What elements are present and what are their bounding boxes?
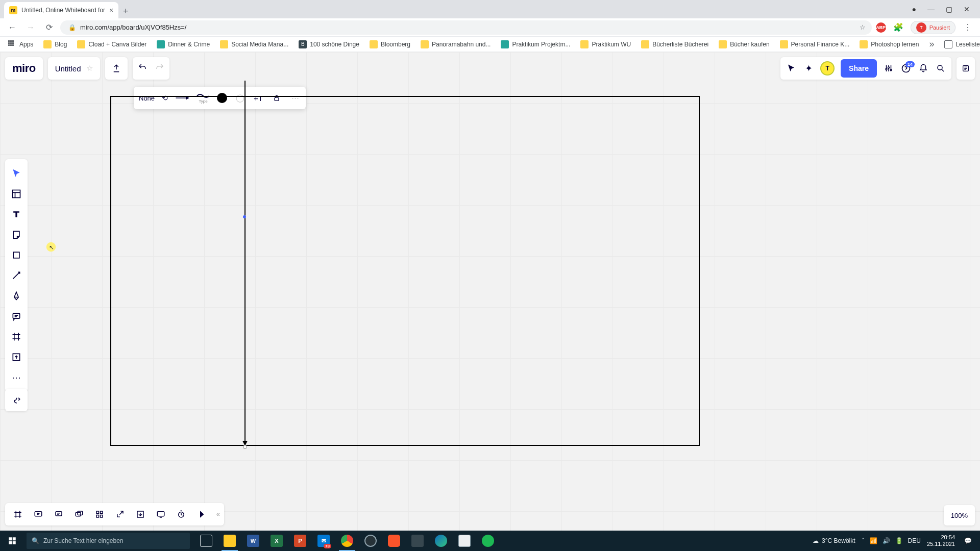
bookmark-item[interactable]: Personal Finance K... xyxy=(776,39,854,50)
user-avatar[interactable]: T xyxy=(820,61,835,76)
reload-icon[interactable]: ⟳ xyxy=(42,20,56,35)
screen-share-icon[interactable] xyxy=(152,506,169,523)
svg-rect-25 xyxy=(13,537,16,540)
activity-panel-button[interactable] xyxy=(957,57,975,80)
maximize-icon[interactable]: ▢ xyxy=(946,5,952,13)
close-tab-icon[interactable]: × xyxy=(109,6,113,14)
collapse-toolbar-icon[interactable]: « xyxy=(213,511,220,518)
bookmark-item[interactable]: Praktikum Projektm... xyxy=(497,39,574,50)
word-icon[interactable]: W xyxy=(242,531,264,551)
browser-tab[interactable]: m Untitled, Online Whiteboard for × xyxy=(4,2,118,18)
action-center-icon[interactable]: 💬 xyxy=(961,537,975,544)
reactions-icon[interactable]: ✦ xyxy=(803,63,814,74)
wifi-icon[interactable]: 📶 xyxy=(870,537,877,544)
search-icon[interactable] xyxy=(935,64,946,73)
excel-icon[interactable]: X xyxy=(265,531,288,551)
pen-tool[interactable] xyxy=(5,286,28,306)
app-icon[interactable] xyxy=(406,531,429,551)
reading-list-button[interactable]: Leseliste xyxy=(940,39,980,50)
apps-tool[interactable] xyxy=(5,389,28,411)
powerpoint-icon[interactable]: P xyxy=(289,531,311,551)
bookmark-item[interactable]: Social Media Mana... xyxy=(216,39,292,50)
redo-button xyxy=(155,63,164,74)
upload-tool[interactable] xyxy=(5,347,28,367)
templates-tool[interactable] xyxy=(5,184,28,204)
tray-chevron-icon[interactable]: ˄ xyxy=(862,537,865,544)
mail-icon[interactable]: ✉73 xyxy=(312,531,335,551)
account-dot-icon[interactable]: ● xyxy=(912,5,916,13)
abp-extension-icon[interactable]: ABP xyxy=(876,22,886,33)
task-view-icon[interactable] xyxy=(195,531,217,551)
taskbar-clock[interactable]: 20:54 25.11.2021 xyxy=(927,534,955,547)
board-title[interactable]: Untitled ☆ xyxy=(48,57,100,80)
import-icon[interactable] xyxy=(132,506,149,523)
explorer-icon[interactable] xyxy=(218,531,241,551)
tab-title: Untitled, Online Whiteboard for xyxy=(21,7,105,14)
bookmark-item[interactable]: Dinner & Crime xyxy=(153,39,214,50)
extensions-icon[interactable]: 🧩 xyxy=(891,20,905,35)
sticky-note-tool[interactable] xyxy=(5,224,28,245)
volume-icon[interactable]: 🔊 xyxy=(883,537,890,544)
export-button[interactable] xyxy=(105,57,128,80)
bookmark-apps[interactable]: Apps xyxy=(4,39,37,50)
language-indicator[interactable]: DEU xyxy=(908,537,921,544)
bookmark-item[interactable]: Bücherliste Bücherei xyxy=(637,39,713,50)
back-icon[interactable]: ← xyxy=(5,20,19,35)
bookmarks-overflow-icon[interactable]: » xyxy=(925,39,938,49)
bookmark-item[interactable]: Panoramabahn und... xyxy=(416,39,495,50)
miro-canvas[interactable]: miro Untitled ☆ ✦ T Share 14 xyxy=(0,52,980,531)
frame-tool[interactable] xyxy=(5,327,28,347)
taskbar-search[interactable]: 🔍 Zur Suche Text hier eingeben xyxy=(27,533,190,549)
arrow-shape[interactable] xyxy=(244,97,246,445)
undo-button[interactable] xyxy=(138,63,147,74)
notepad-icon[interactable] xyxy=(453,531,476,551)
weather-widget[interactable]: ☁ 3°C Bewölkt xyxy=(813,537,855,544)
battery-icon[interactable]: 🔋 xyxy=(895,537,903,544)
bookmark-item[interactable]: Bloomberg xyxy=(365,39,414,50)
bookmark-item[interactable]: Praktikum WU xyxy=(576,39,635,50)
export-frames-icon[interactable] xyxy=(111,506,129,523)
cards-icon[interactable] xyxy=(70,506,88,523)
bookmark-item[interactable]: B100 schöne Dinge xyxy=(295,39,363,50)
settings-sliders-icon[interactable] xyxy=(883,64,894,73)
miro-logo[interactable]: miro xyxy=(5,57,43,80)
frame-shape[interactable] xyxy=(110,96,700,446)
cursor-mode-icon[interactable] xyxy=(786,64,797,73)
favorite-star-icon[interactable]: ☆ xyxy=(86,64,93,73)
text-tool[interactable] xyxy=(5,204,28,224)
close-window-icon[interactable]: ✕ xyxy=(964,5,970,13)
chrome-icon[interactable] xyxy=(336,531,358,551)
comment-tool[interactable] xyxy=(5,306,28,327)
obs-icon[interactable] xyxy=(359,531,382,551)
grid-snap-icon[interactable] xyxy=(91,506,108,523)
bell-icon[interactable] xyxy=(918,64,929,73)
profile-status[interactable]: T Pausiert xyxy=(911,21,955,34)
bookmark-item[interactable]: Cload + Canva Bilder xyxy=(73,39,151,50)
line-midpoint-handle[interactable] xyxy=(243,215,246,218)
spotify-icon[interactable] xyxy=(477,531,499,551)
new-tab-button[interactable]: + xyxy=(118,4,133,18)
comments-panel-icon[interactable] xyxy=(50,506,67,523)
zoom-level[interactable]: 100% xyxy=(944,505,975,525)
brave-icon[interactable] xyxy=(383,531,405,551)
more-tools[interactable]: ⋯ xyxy=(5,367,28,388)
bookmark-item[interactable]: Blog xyxy=(39,39,71,50)
start-button[interactable] xyxy=(0,531,24,551)
frames-panel-icon[interactable] xyxy=(9,506,27,523)
shape-tool[interactable] xyxy=(5,245,28,265)
select-tool[interactable] xyxy=(5,163,28,184)
presentation-icon[interactable] xyxy=(30,506,47,523)
bookmark-star-icon[interactable]: ☆ xyxy=(860,23,866,31)
help-icon[interactable]: 14 xyxy=(900,63,912,73)
minimize-icon[interactable]: — xyxy=(927,5,935,13)
line-tool[interactable] xyxy=(5,265,28,286)
edge-icon[interactable] xyxy=(430,531,452,551)
line-endpoint-handle[interactable] xyxy=(243,445,247,449)
chrome-menu-icon[interactable]: ⋮ xyxy=(961,20,975,35)
share-button[interactable]: Share xyxy=(841,59,877,78)
address-bar[interactable]: 🔒 miro.com/app/board/uXjVOf85Hzs=/ ☆ xyxy=(60,20,872,35)
voting-icon[interactable] xyxy=(193,506,210,523)
timer-icon[interactable] xyxy=(173,506,190,523)
bookmark-item[interactable]: Bücher kaufen xyxy=(715,39,773,50)
bookmark-item[interactable]: Photoshop lernen xyxy=(855,39,923,50)
